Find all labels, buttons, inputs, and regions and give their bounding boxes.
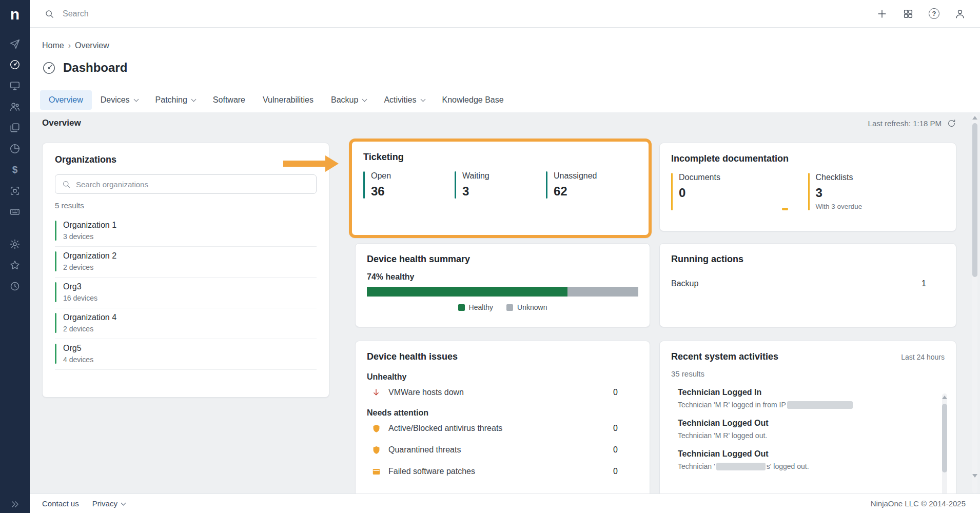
keyboard-icon (9, 206, 21, 218)
list-item[interactable]: Organization 4 2 devices (55, 308, 317, 339)
refresh-icon[interactable] (947, 119, 956, 128)
sidebar: n $ (0, 0, 30, 513)
organizations-search-input[interactable] (76, 180, 310, 189)
breadcrumb: Home › Overview (42, 41, 109, 50)
list-item[interactable]: Technician Logged Out Technician 'M R' l… (671, 419, 945, 440)
sidebar-item-policies[interactable] (0, 117, 30, 138)
sidebar-item-recent[interactable] (0, 275, 30, 297)
activity-title: Technician Logged Out (678, 449, 945, 459)
sidebar-item-administration[interactable] (0, 233, 30, 254)
tab-patching[interactable]: Patching (147, 90, 204, 110)
add-button[interactable] (876, 8, 888, 19)
recent-activities-period: Last 24 hours (901, 353, 945, 361)
page-title: Dashboard (63, 61, 127, 75)
account-button[interactable] (954, 8, 966, 19)
redacted-text (787, 401, 853, 409)
health-progress-bar[interactable] (367, 287, 638, 297)
chevron-down-icon (191, 97, 196, 102)
copyright-text: NinjaOne LLC © 2014-2025 (871, 499, 966, 508)
organizations-list: Organization 1 3 devices Organization 2 … (55, 216, 317, 370)
rocket-icon (9, 38, 21, 49)
page-scrollbar[interactable] (972, 114, 978, 494)
tab-devices[interactable]: Devices (92, 90, 147, 110)
privacy-link[interactable]: Privacy (92, 499, 125, 508)
tab-knowledge-base[interactable]: Knowledge Base (434, 90, 513, 110)
scan-icon (9, 185, 21, 196)
ticketing-stat-open[interactable]: Open 36 (363, 171, 455, 199)
help-icon: ? (929, 8, 939, 19)
search-icon (44, 9, 54, 19)
list-item[interactable]: Organization 1 3 devices (55, 216, 317, 247)
scrollbar-thumb[interactable] (942, 404, 947, 472)
shield-icon (371, 424, 381, 433)
users-icon (9, 101, 21, 112)
scroll-up-arrow-icon[interactable] (942, 396, 947, 399)
tab-vulnerabilities[interactable]: Vulnerabilities (254, 90, 322, 110)
sidebar-item-billing[interactable]: $ (0, 159, 30, 180)
global-search-input[interactable] (63, 9, 278, 18)
gear-icon (9, 239, 21, 250)
ticketing-title: Ticketing (363, 152, 637, 163)
device-health-summary-card: Device health summary 74% healthy Health… (355, 243, 650, 327)
running-action-row[interactable]: Backup 1 (671, 279, 945, 288)
star-icon (9, 260, 21, 271)
contact-us-link[interactable]: Contact us (42, 499, 79, 508)
activities-scrollbar[interactable] (942, 393, 948, 507)
sidebar-item-discovery[interactable] (0, 180, 30, 201)
tab-overview[interactable]: Overview (40, 90, 92, 110)
grid-icon (903, 8, 914, 19)
issue-row-failed-patches[interactable]: Failed software patches 0 (367, 461, 638, 482)
sidebar-item-remote-tools[interactable] (0, 201, 30, 222)
double-chevron-right-icon (10, 500, 19, 509)
organizations-search (55, 174, 317, 194)
dashboard-gauge-icon (9, 59, 21, 70)
breadcrumb-current: Overview (75, 41, 109, 50)
sidebar-item-reporting[interactable] (0, 138, 30, 159)
sidebar-item-getting-started[interactable] (0, 33, 30, 54)
ticketing-stat-unassigned[interactable]: Unassigned 62 (546, 171, 637, 199)
tab-backup[interactable]: Backup (322, 90, 375, 110)
stat-accent-bar (363, 171, 365, 199)
sidebar-item-devices[interactable] (0, 75, 30, 96)
running-actions-title: Running actions (671, 254, 945, 265)
list-item[interactable]: Technician Logged In Technician 'M R' lo… (671, 388, 945, 409)
scrollbar-thumb[interactable] (972, 123, 977, 277)
incomplete-documentation-title: Incomplete documentation (671, 153, 945, 164)
plus-icon (876, 8, 888, 19)
list-item[interactable]: Technician Logged Out Technician 's' log… (671, 449, 945, 470)
topbar: ? (30, 0, 980, 28)
ninjaone-logo[interactable]: n (0, 0, 30, 29)
health-legend: Healthy Unknown (367, 303, 638, 311)
sidebar-expand-button[interactable] (0, 500, 30, 509)
stat-accent-bar (455, 171, 456, 199)
apps-button[interactable] (903, 8, 914, 19)
highlight-arrow (283, 155, 340, 172)
sidebar-item-favorites[interactable] (0, 254, 30, 275)
issue-row-antivirus[interactable]: Active/Blocked antivirus threats 0 (367, 418, 638, 439)
scroll-up-arrow-icon[interactable] (972, 116, 977, 120)
sidebar-item-dashboard[interactable] (0, 54, 30, 75)
pie-chart-icon (9, 143, 21, 154)
ticketing-stat-waiting[interactable]: Waiting 3 (455, 171, 546, 199)
activity-title: Technician Logged Out (678, 419, 945, 428)
scroll-down-arrow-icon[interactable] (972, 474, 977, 478)
layers-icon (9, 122, 21, 133)
issue-row-quarantined[interactable]: Quarantined threats 0 (367, 439, 638, 461)
issue-row-vmware[interactable]: VMWare hosts down 0 (367, 382, 638, 403)
checklists-stat[interactable]: Checklists 3 With 3 overdue (808, 173, 945, 210)
tab-activities[interactable]: Activities (375, 90, 433, 110)
recent-activities-card: Recent system activities Last 24 hours 3… (659, 341, 956, 511)
dashboard-title-icon (42, 61, 56, 75)
tab-software[interactable]: Software (204, 90, 254, 110)
help-button[interactable]: ? (929, 8, 939, 19)
footer: Contact us Privacy NinjaOne LLC © 2014-2… (30, 494, 980, 513)
device-health-issues-title: Device health issues (367, 351, 638, 362)
list-item[interactable]: Organization 2 2 devices (55, 247, 317, 278)
sidebar-item-users[interactable] (0, 96, 30, 117)
list-item[interactable]: Org5 4 devices (55, 339, 317, 370)
breadcrumb-separator: › (68, 41, 71, 50)
tab-bar: Overview Devices Patching Software Vulne… (40, 90, 513, 110)
breadcrumb-home[interactable]: Home (42, 41, 64, 50)
list-item[interactable]: Org3 16 devices (55, 278, 317, 308)
documents-stat[interactable]: Documents 0 (671, 173, 808, 210)
